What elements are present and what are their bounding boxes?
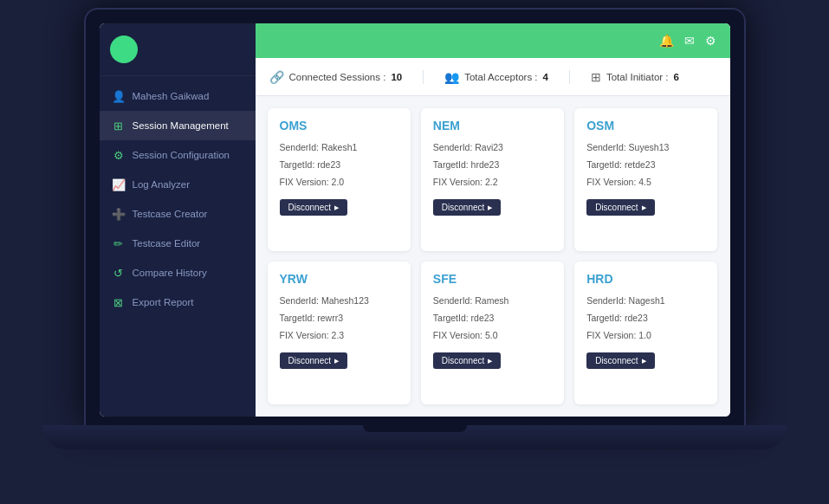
card-nem-title: NEM — [433, 119, 552, 132]
card-sfe-sender: SenderId: Ramesh — [433, 294, 552, 308]
total-initiator-label: Total Initiator : — [606, 72, 669, 82]
topbar: 🔔 ✉ ⚙ — [256, 23, 730, 58]
total-acceptors-icon: 👥 — [444, 70, 459, 84]
log-analyzer-icon: 📈 — [112, 178, 126, 191]
card-sfe: SFESenderId: RameshTargetId: rde23FIX Ve… — [421, 262, 564, 404]
card-osm: OSMSenderId: Suyesh13TargetId: retde23FI… — [574, 108, 717, 251]
card-oms-title: OMS — [280, 119, 398, 132]
compare-history-label: Compare History — [133, 268, 207, 278]
session-config-icon: ⚙ — [112, 148, 126, 162]
sidebar-item-compare-history[interactable]: ↺Compare History — [100, 258, 256, 288]
laptop-base — [42, 425, 787, 449]
testcase-editor-label: Testcase Editor — [133, 238, 201, 249]
card-hrd-target: TargetId: rde23 — [586, 312, 705, 326]
card-hrd: HRDSenderId: Nagesh1TargetId: rde23FIX V… — [574, 262, 717, 404]
card-nem-fix: FIX Version: 2.2 — [433, 176, 552, 190]
sidebar-item-export-report[interactable]: ⊠Export Report — [100, 288, 256, 317]
stat-connected-sessions: 🔗Connected Sessions :10 — [269, 70, 424, 84]
card-nem: NEMSenderId: Ravi23TargetId: hrde23FIX V… — [421, 108, 564, 251]
card-sfe-fix: FIX Version: 5.0 — [433, 329, 552, 343]
card-oms-target: TargetId: rde23 — [280, 158, 398, 172]
stat-total-initiator: ⊞Total Initiator :6 — [591, 70, 700, 84]
card-osm-target: TargetId: retde23 — [586, 158, 705, 172]
total-initiator-icon: ⊞ — [591, 70, 601, 84]
card-oms: OMSSenderId: Rakesh1TargetId: rde23FIX V… — [268, 108, 411, 251]
sidebar-item-user[interactable]: 👤Mahesh Gaikwad — [100, 81, 256, 111]
cards-area: OMSSenderId: Rakesh1TargetId: rde23FIX V… — [256, 96, 730, 417]
stats-bar: 🔗Connected Sessions :10👥Total Acceptors … — [256, 58, 730, 96]
compare-history-icon: ↺ — [112, 266, 126, 280]
card-sfe-disconnect-button[interactable]: Disconnect — [433, 352, 501, 369]
card-osm-disconnect-button[interactable]: Disconnect — [586, 199, 654, 216]
logo-icon — [110, 36, 138, 63]
card-sfe-target: TargetId: rde23 — [433, 312, 552, 326]
total-acceptors-value: 4 — [543, 72, 548, 82]
card-nem-sender: SenderId: Ravi23 — [433, 141, 552, 155]
card-hrd-sender: SenderId: Nagesh1 — [586, 294, 705, 308]
card-yrw-target: TargetId: rewrr3 — [280, 312, 398, 326]
connected-sessions-value: 10 — [391, 72, 402, 82]
card-oms-disconnect-button[interactable]: Disconnect — [280, 199, 347, 216]
card-osm-title: OSM — [586, 119, 705, 132]
laptop-wrapper: 👤Mahesh Gaikwad⊞Session Management⚙Sessi… — [42, 10, 787, 494]
sidebar-logo — [100, 23, 256, 76]
settings-icon[interactable]: ⚙ — [705, 34, 716, 48]
connected-sessions-icon: 🔗 — [269, 70, 284, 84]
total-initiator-value: 6 — [674, 72, 679, 82]
laptop-screen: 👤Mahesh Gaikwad⊞Session Management⚙Sessi… — [100, 23, 730, 417]
card-hrd-disconnect-button[interactable]: Disconnect — [586, 352, 654, 369]
card-yrw-fix: FIX Version: 2.3 — [280, 329, 398, 343]
sidebar-item-session-config[interactable]: ⚙Session Configuration — [100, 140, 256, 170]
card-hrd-fix: FIX Version: 1.0 — [586, 329, 705, 343]
card-osm-fix: FIX Version: 4.5 — [586, 176, 705, 190]
testcase-creator-icon: ➕ — [112, 207, 126, 221]
card-osm-sender: SenderId: Suyesh13 — [586, 141, 705, 155]
sidebar-item-testcase-creator[interactable]: ➕Testcase Creator — [100, 199, 256, 229]
stat-total-acceptors: 👥Total Acceptors :4 — [444, 70, 570, 84]
card-yrw-disconnect-button[interactable]: Disconnect — [280, 352, 347, 369]
mail-icon[interactable]: ✉ — [684, 34, 695, 48]
card-oms-fix: FIX Version: 2.0 — [280, 176, 398, 190]
card-yrw-title: YRW — [280, 272, 398, 286]
card-nem-disconnect-button[interactable]: Disconnect — [433, 199, 501, 216]
card-sfe-title: SFE — [433, 272, 552, 286]
session-management-icon: ⊞ — [112, 119, 126, 132]
connected-sessions-label: Connected Sessions : — [289, 72, 386, 82]
session-config-label: Session Configuration — [133, 150, 230, 160]
notification-icon[interactable]: 🔔 — [659, 34, 674, 48]
sidebar-item-session-management[interactable]: ⊞Session Management — [100, 111, 256, 140]
total-acceptors-label: Total Acceptors : — [464, 72, 537, 82]
testcase-creator-label: Testcase Creator — [133, 209, 208, 219]
sidebar-item-log-analyzer[interactable]: 📈Log Analyzer — [100, 170, 256, 199]
laptop-bezel: 👤Mahesh Gaikwad⊞Session Management⚙Sessi… — [86, 10, 744, 425]
card-oms-sender: SenderId: Rakesh1 — [280, 141, 398, 155]
sidebar-nav: 👤Mahesh Gaikwad⊞Session Management⚙Sessi… — [100, 76, 256, 417]
export-report-label: Export Report — [133, 297, 194, 307]
user-label: Mahesh Gaikwad — [133, 91, 210, 101]
user-icon: 👤 — [112, 89, 126, 103]
card-yrw: YRWSenderId: Mahesh123TargetId: rewrr3FI… — [268, 262, 411, 404]
main-content: 🔔 ✉ ⚙ 🔗Connected Sessions :10👥Total Acce… — [256, 23, 730, 417]
log-analyzer-label: Log Analyzer — [133, 179, 191, 190]
session-management-label: Session Management — [133, 120, 229, 131]
testcase-editor-icon: ✏ — [112, 236, 126, 250]
sidebar-item-testcase-editor[interactable]: ✏Testcase Editor — [100, 229, 256, 258]
card-nem-target: TargetId: hrde23 — [433, 158, 552, 172]
card-hrd-title: HRD — [586, 272, 705, 286]
export-report-icon: ⊠ — [112, 295, 126, 309]
card-yrw-sender: SenderId: Mahesh123 — [280, 294, 398, 308]
sidebar: 👤Mahesh Gaikwad⊞Session Management⚙Sessi… — [100, 23, 256, 417]
